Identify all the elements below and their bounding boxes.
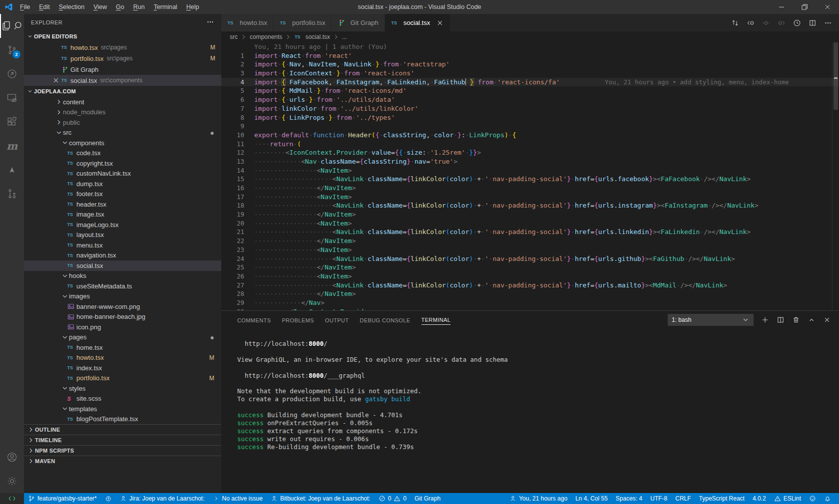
code-line-24[interactable]: 24····················<NavLink·className… bbox=[221, 254, 839, 263]
tree-item-layout-tsx[interactable]: TS layout.tsx bbox=[24, 230, 221, 241]
code-line-1[interactable]: 1import·React·from·'react' bbox=[221, 51, 839, 60]
split-editor-icon[interactable] bbox=[809, 19, 817, 27]
code-line-11[interactable]: 11····return·( bbox=[221, 140, 839, 149]
close-window-button[interactable] bbox=[816, 0, 839, 14]
section-timeline[interactable]: TIMELINE bbox=[24, 435, 221, 445]
status-git-branch[interactable]: feature/gatsby-starter* bbox=[24, 493, 101, 504]
code-line-28[interactable]: 28················</NavItem> bbox=[221, 289, 839, 298]
previous-change-icon[interactable] bbox=[747, 19, 755, 27]
activity-accounts[interactable] bbox=[0, 445, 24, 469]
tree-item-header-tsx[interactable]: TS header.tsx bbox=[24, 199, 221, 210]
status-gitlens-blame[interactable]: You, 21 hours ago bbox=[505, 493, 571, 504]
menu-go[interactable]: Go bbox=[111, 0, 129, 14]
tree-item-home-banner-beach-jpg[interactable]: home-banner-beach.jpg bbox=[24, 312, 221, 322]
code-line-21[interactable]: 21····················<NavLink·className… bbox=[221, 228, 839, 237]
code-line-10[interactable]: 10export·default·function·Header({·class… bbox=[221, 131, 839, 140]
code-line-14[interactable]: 14················<NavItem> bbox=[221, 166, 839, 175]
status-active-issue[interactable]: No active issue bbox=[209, 493, 267, 504]
menu-help[interactable]: Help bbox=[182, 0, 204, 14]
activity-git-history[interactable] bbox=[0, 62, 24, 86]
tree-item-banner-www-com-png[interactable]: banner-www-com.png bbox=[24, 301, 221, 312]
status-eslint[interactable]: ESLint bbox=[770, 493, 805, 504]
activity-search[interactable] bbox=[3, 23, 8, 30]
menu-edit[interactable]: Edit bbox=[34, 0, 54, 14]
status-git-graph[interactable]: Git Graph bbox=[411, 493, 444, 504]
tree-item-image-tsx[interactable]: TS image.tsx bbox=[24, 210, 221, 220]
activity-git-graph-view[interactable] bbox=[0, 182, 24, 206]
breadcrumb-item[interactable]: TSsocial.tsx bbox=[294, 33, 330, 41]
breadcrumb-item[interactable]: components bbox=[250, 33, 282, 40]
section-outline[interactable]: OUTLINE bbox=[24, 424, 221, 435]
tree-item-site-scss[interactable]: S site.scss bbox=[24, 394, 221, 404]
terminal-output[interactable]: http://localhost:8000/View GraphiQL, an … bbox=[221, 329, 839, 493]
status-remote-indicator[interactable] bbox=[0, 493, 24, 504]
menu-file[interactable]: File bbox=[15, 0, 34, 14]
tree-item-index-tsx[interactable]: TS index.tsx bbox=[24, 363, 221, 373]
code-line-13[interactable]: 13············<Nav·className={classStrin… bbox=[221, 157, 839, 166]
tree-item-templates[interactable]: templates bbox=[24, 404, 221, 414]
code-line-29[interactable]: 29············</Nav> bbox=[221, 298, 839, 307]
tree-item-home-tsx[interactable]: TS home.tsx bbox=[24, 342, 221, 353]
code-line-2[interactable]: 2import·{·Nav,·NavItem,·NavLink·}·from·'… bbox=[221, 60, 839, 69]
status-problems[interactable]: 00 bbox=[375, 493, 411, 504]
section-npm-scripts[interactable]: NPM SCRIPTS bbox=[24, 445, 221, 456]
breadcrumb-item[interactable]: ... bbox=[342, 33, 347, 40]
status-feedback[interactable] bbox=[805, 493, 820, 504]
tab-howto-tsx[interactable]: TShowto.tsx bbox=[221, 14, 274, 31]
activity-m-extension[interactable]: m bbox=[0, 134, 24, 158]
menu-selection[interactable]: Selection bbox=[54, 0, 89, 14]
code-line-23[interactable]: 23················<NavItem> bbox=[221, 246, 839, 254]
code-line-8[interactable]: 8import·{·LinkProps·}·from·'../types' bbox=[221, 113, 839, 122]
close-icon[interactable] bbox=[52, 76, 61, 84]
code-editor[interactable]: You, 21 hours ago | 1 author (You)1impor… bbox=[221, 42, 839, 310]
activity-source-control[interactable]: 2 bbox=[0, 38, 24, 62]
tree-item-images[interactable]: images bbox=[24, 291, 221, 302]
code-line-4[interactable]: 4import·{·FaFacebook,·FaInstagram,·FaLin… bbox=[221, 78, 839, 87]
panel-tab-problems[interactable]: PROBLEMS bbox=[282, 315, 314, 325]
code-line-27[interactable]: 27····················<NavLink·className… bbox=[221, 281, 839, 290]
tree-item-customNavLink-tsx[interactable]: TS customNavLink.tsx bbox=[24, 169, 221, 179]
status-eol[interactable]: CRLF bbox=[671, 493, 695, 504]
code-line-12[interactable]: 12········<IconContext.Provider·value={{… bbox=[221, 148, 839, 157]
tab-Git-Graph[interactable]: Git Graph bbox=[332, 14, 385, 31]
code-line-30[interactable]: 30········</IconContext.Provider> bbox=[221, 307, 839, 310]
open-editor-social-tsx[interactable]: TS social.tsx src\components bbox=[24, 75, 221, 86]
tree-item-content[interactable]: content bbox=[24, 97, 221, 107]
code-line-17[interactable]: 17················<NavItem> bbox=[221, 193, 839, 202]
restore-button[interactable] bbox=[793, 0, 816, 14]
compare-disabled-icon[interactable] bbox=[762, 19, 770, 27]
workspace-root[interactable]: JOEPLAA.COM bbox=[24, 86, 221, 97]
tree-item-components[interactable]: components bbox=[24, 138, 221, 148]
status-encoding[interactable]: UTF-8 bbox=[646, 493, 671, 504]
code-line-3[interactable]: 3import·{·IconContext·}·from·'react-icon… bbox=[221, 69, 839, 78]
code-line-9[interactable]: 9 bbox=[221, 122, 839, 131]
menu-view[interactable]: View bbox=[89, 0, 111, 14]
close-icon[interactable] bbox=[436, 19, 444, 27]
status-notifications[interactable] bbox=[820, 493, 835, 504]
tab-social-tsx[interactable]: TSsocial.tsx bbox=[385, 14, 450, 31]
code-line-15[interactable]: 15····················<NavLink·className… bbox=[221, 175, 839, 184]
tree-item-footer-tsx[interactable]: TS footer.tsx bbox=[24, 189, 221, 200]
activity-explorer[interactable] bbox=[0, 14, 24, 38]
tree-item-menu-tsx[interactable]: TS menu.tsx bbox=[24, 240, 221, 251]
tree-item-dump-tsx[interactable]: TS dump.tsx bbox=[24, 179, 221, 189]
panel-tab-debug-console[interactable]: DEBUG CONSOLE bbox=[360, 315, 410, 325]
activity-settings[interactable] bbox=[0, 469, 24, 493]
tree-item-public[interactable]: public bbox=[24, 117, 221, 128]
tree-item-useSiteMetadata-ts[interactable]: TS useSiteMetadata.ts bbox=[24, 281, 221, 291]
close-panel-icon[interactable] bbox=[823, 316, 831, 324]
tree-item-pages[interactable]: pages ● bbox=[24, 332, 221, 343]
more-actions-icon[interactable] bbox=[206, 18, 214, 27]
tree-item-icon-png[interactable]: icon.png bbox=[24, 322, 221, 332]
code-line-26[interactable]: 26················<NavItem> bbox=[221, 272, 839, 281]
code-line-22[interactable]: 22················</NavItem> bbox=[221, 237, 839, 246]
activity-atlassian[interactable] bbox=[0, 158, 24, 182]
activity-remote-explorer[interactable] bbox=[0, 86, 24, 110]
status-language-mode[interactable]: TypeScript React bbox=[695, 493, 749, 504]
code-line-6[interactable]: 6import·{·urls·}·from·'../utils/data' bbox=[221, 95, 839, 104]
minimize-button[interactable] bbox=[770, 0, 793, 14]
open-editor-portfolio-tsx[interactable]: TS portfolio.tsx src\pages M bbox=[24, 53, 221, 64]
status-cursor-position[interactable]: Ln 4, Col 55 bbox=[571, 493, 612, 504]
more-actions-icon[interactable] bbox=[824, 19, 832, 27]
status-jira-account[interactable]: Jira: Joep van de Laarschot: bbox=[116, 493, 209, 504]
